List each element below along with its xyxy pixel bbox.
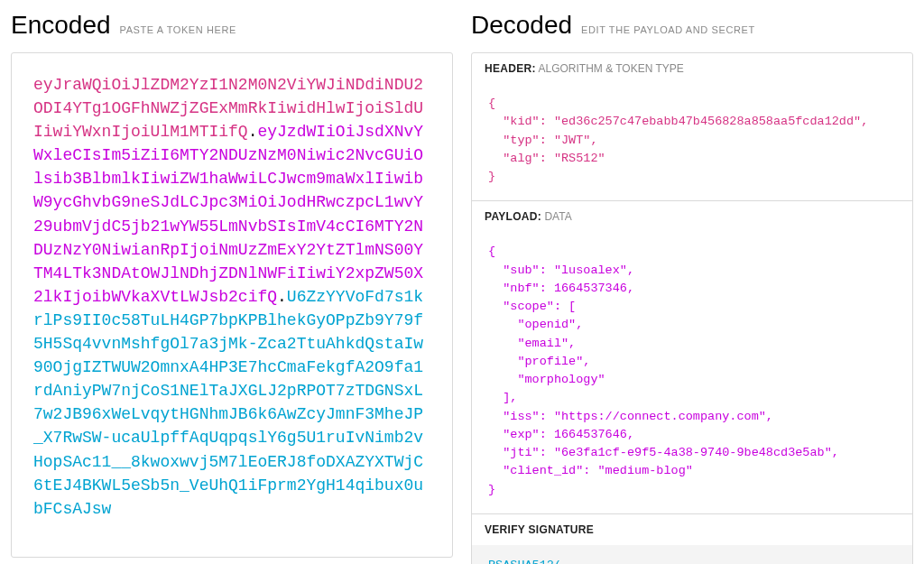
encoded-token[interactable]: eyJraWQiOiJlZDM2YzI1N2M0N2ViYWJiNDdiNDU2… (33, 73, 430, 521)
signature-body[interactable]: RSASHA512( base64UrlEncode(header) + "."… (472, 545, 912, 564)
token-dot-2: . (277, 288, 287, 306)
decoded-panel: HEADER: ALGORITHM & TOKEN TYPE { "kid": … (471, 52, 913, 564)
payload-section-label: PAYLOAD: (485, 210, 541, 223)
payload-section-meta: DATA (544, 210, 571, 223)
signature-section: VERIFY SIGNATURE RSASHA512( base64UrlEnc… (472, 514, 912, 564)
main-columns: Encoded PASTE A TOKEN HERE eyJraWQiOiJlZ… (11, 11, 913, 564)
payload-section: PAYLOAD: DATA { "sub": "lusoalex", "nbf"… (472, 201, 912, 514)
signature-section-title: VERIFY SIGNATURE (472, 514, 912, 545)
decoded-column: Decoded EDIT THE PAYLOAD AND SECRET HEAD… (471, 11, 913, 564)
header-json[interactable]: { "kid": "ed36c257c47ebabb47b456828a858a… (472, 84, 912, 200)
token-payload-segment: eyJzdWIiOiJsdXNvYWxleCIsIm5iZiI6MTY2NDUz… (33, 123, 423, 306)
header-section: HEADER: ALGORITHM & TOKEN TYPE { "kid": … (472, 53, 912, 201)
encoded-column: Encoded PASTE A TOKEN HERE eyJraWQiOiJlZ… (11, 11, 453, 558)
token-signature-segment: U6ZzYYVoFd7s1krlPs9II0c58TuLH4GP7bpKPBlh… (33, 288, 423, 518)
encoded-heading: Encoded PASTE A TOKEN HERE (11, 11, 453, 40)
payload-section-title: PAYLOAD: DATA (472, 201, 912, 232)
encoded-subtitle: PASTE A TOKEN HERE (120, 24, 236, 35)
payload-json[interactable]: { "sub": "lusoalex", "nbf": 1664537346, … (472, 232, 912, 513)
header-section-label: HEADER: (485, 62, 536, 75)
encoded-panel[interactable]: eyJraWQiOiJlZDM2YzI1N2M0N2ViYWJiNDdiNDU2… (11, 52, 453, 558)
encoded-title: Encoded (11, 11, 111, 40)
token-dot-1: . (248, 123, 258, 141)
header-section-meta: ALGORITHM & TOKEN TYPE (538, 62, 683, 75)
decoded-subtitle: EDIT THE PAYLOAD AND SECRET (581, 24, 755, 35)
header-section-title: HEADER: ALGORITHM & TOKEN TYPE (472, 53, 912, 84)
decoded-title: Decoded (471, 11, 572, 40)
decoded-heading: Decoded EDIT THE PAYLOAD AND SECRET (471, 11, 913, 40)
signature-section-label: VERIFY SIGNATURE (485, 523, 594, 536)
